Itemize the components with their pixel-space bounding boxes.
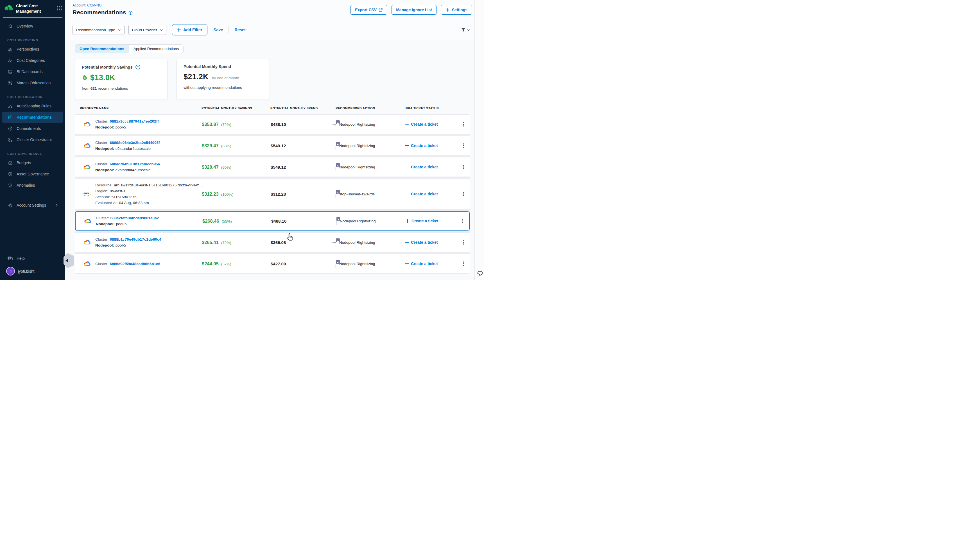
savings-percent: (100%) (221, 192, 234, 197)
plus-icon (406, 219, 409, 223)
kebab-menu-icon[interactable] (461, 239, 466, 246)
create-ticket-button[interactable]: Create a ticket (405, 192, 438, 196)
resource-line-label: Cluster: (95, 237, 108, 242)
table-row[interactable]: awsResource:arn:aws:rds:us-east-1:511616… (75, 179, 470, 209)
export-csv-label: Export CSV (355, 8, 376, 12)
table-header: RESOURCE NAME POTENTIAL MONTHLY SAVINGS … (75, 106, 470, 110)
resource-line-label: Region: (95, 189, 108, 193)
create-ticket-button[interactable]: Create a ticket (405, 262, 438, 266)
resource-line-label: Nodepool: (95, 125, 114, 129)
add-filter-button[interactable]: Add Filter (172, 24, 207, 35)
svg-text:?: ? (9, 257, 10, 259)
table-row[interactable]: Cluster:6881a3ccc887941a4ee202ffNodepool… (75, 115, 470, 134)
sidebar-item-help[interactable]: ? Help (0, 253, 65, 264)
sidebar-item-cluster-orchestrator[interactable]: Cluster Orchestrator (0, 134, 65, 145)
settings-label: Settings (452, 8, 467, 12)
module-grid-icon[interactable] (57, 6, 62, 10)
sidebar-item-anomalies[interactable]: Anomalies (0, 180, 65, 191)
recommendation-count: 621 (91, 86, 97, 91)
sidebar-item-bi-dashboards[interactable]: BI Dashboards (0, 66, 65, 77)
kebab-menu-icon[interactable] (461, 121, 466, 128)
recommended-action-label: Nodepool Rightsizing (339, 240, 375, 245)
recommended-action-label: Nodepool Rightsizing (339, 144, 375, 148)
settings-button[interactable]: Settings (441, 5, 472, 15)
savings-percent: (60%) (221, 144, 231, 148)
potential-monthly-savings-card: Potential Monthly Savings ? $ (75, 59, 167, 100)
recommended-action-label: Nodepool Rightsizing (339, 165, 375, 169)
resource-line-value: pool-5 (116, 222, 127, 226)
sidebar-item-account-settings[interactable]: Account Settings (0, 200, 65, 211)
cloud-provider-dropdown[interactable]: Cloud Provider (128, 25, 166, 35)
create-ticket-label: Create a ticket (411, 165, 438, 169)
tab-open-recommendations[interactable]: Open Recommendations (75, 45, 129, 53)
sidebar-item-commitments[interactable]: Commitments (0, 123, 65, 134)
kebab-menu-icon[interactable] (461, 260, 466, 267)
resource-link[interactable]: 6888b1c70e49db17c1de60c4 (110, 237, 161, 242)
sidebar-item-overview[interactable]: Overview (0, 20, 65, 32)
sidebar-item-perspectives[interactable]: Perspectives (0, 43, 65, 55)
sidebar-item-budgets[interactable]: $Budgets (0, 157, 65, 168)
savings-percent: (72%) (221, 123, 231, 127)
sidebar-item-recommendations[interactable]: Recommendations (2, 112, 63, 123)
table-row[interactable]: Cluster:688add6fb019b17f9bccb95aNodepool… (75, 157, 470, 177)
create-ticket-button[interactable]: Create a ticket (406, 219, 438, 223)
filter-panel-toggle[interactable] (461, 27, 470, 33)
spend-amount: $549.12 (271, 143, 336, 148)
export-csv-button[interactable]: Export CSV (350, 5, 387, 15)
sidebar-item-margin-obfuscation[interactable]: Margin Obfuscation (0, 77, 65, 89)
resource-link[interactable]: 68898c064e3e2ba0e544005f (110, 141, 160, 145)
kebab-menu-icon[interactable] (461, 163, 466, 171)
save-filter-button[interactable]: Save (214, 28, 223, 32)
user-menu[interactable]: J jyoti.bisht (0, 264, 65, 280)
create-ticket-button[interactable]: Create a ticket (405, 165, 438, 169)
resource-line-label: Cluster: (95, 141, 108, 145)
summary-cards: Potential Monthly Savings ? $ (75, 59, 474, 100)
sidebar-item-autostopping-rules[interactable]: AutoStopping Rules (0, 100, 65, 112)
resource-line-value: e2standar4autoscale (116, 146, 151, 151)
table-row[interactable]: Cluster:6888b1c70e49db17c1de60c4Nodepool… (75, 233, 470, 252)
kebab-menu-icon[interactable] (461, 191, 466, 198)
table-row[interactable]: Cluster:6886e92f59a48cad86b5b1c6$244.05(… (75, 254, 470, 273)
kebab-menu-icon[interactable] (461, 142, 466, 149)
plus-icon (405, 123, 409, 126)
create-ticket-label: Create a ticket (411, 240, 438, 245)
create-ticket-button[interactable]: Create a ticket (405, 143, 438, 148)
spend-value: $21.2K (184, 73, 209, 81)
ccm-logo-icon: $ (3, 4, 13, 13)
chat-support-icon[interactable] (476, 271, 483, 278)
sidebar-item-cost-categories[interactable]: Cost Categories (0, 55, 65, 66)
resource-link[interactable]: 6886e92f59a48cad86b5b1c6 (110, 262, 160, 266)
create-ticket-label: Create a ticket (411, 219, 438, 223)
info-icon[interactable] (128, 11, 133, 15)
scrollbar-rail[interactable] (474, 0, 484, 280)
col-resource-name: RESOURCE NAME (75, 106, 202, 110)
create-ticket-button[interactable]: Create a ticket (405, 122, 438, 126)
table-row[interactable]: Cluster:68898c064e3e2ba0e544005fNodepool… (75, 136, 470, 155)
savings-card-title: Potential Monthly Savings (82, 65, 133, 70)
question-icon[interactable]: ? (135, 65, 141, 70)
account-breadcrumb[interactable]: Account: CCM-NG (73, 0, 102, 7)
tab-applied-recommendations[interactable]: Applied Recommendations (129, 45, 183, 53)
page-header: Account: CCM-NG Recommendations Export C… (65, 0, 474, 20)
resource-link[interactable]: 6881a3ccc887941a4ee202ff (110, 119, 159, 123)
categories-icon (7, 58, 13, 63)
create-ticket-button[interactable]: Create a ticket (405, 240, 438, 245)
manage-ignore-list-button[interactable]: Manage Ignore List (391, 5, 436, 15)
recommendation-type-dropdown[interactable]: Recommendation Type (73, 25, 124, 35)
sidebar-item-asset-governance[interactable]: $Asset Governance (0, 168, 65, 180)
funnel-icon (461, 27, 466, 33)
spend-amount: $366.08 (271, 240, 336, 245)
spend-amount: $427.09 (271, 262, 336, 266)
nav-section-heading: COST REPORTING (7, 38, 65, 42)
gcp-icon (83, 239, 91, 245)
resource-link[interactable]: 688add6fb019b17f9bccb95a (110, 162, 160, 166)
savings-amount: $312.23 (202, 191, 219, 197)
sidebar-item-label: Anomalies (17, 183, 35, 187)
plus-icon (405, 262, 409, 265)
spend-amount: $488.10 (271, 122, 336, 127)
savings-percent: (55%) (222, 219, 232, 224)
table-row[interactable]: Cluster:688c2fefc84fbdc99801a0a2Nodepool… (75, 211, 470, 230)
resource-link[interactable]: 688c2fefc84fbdc99801a0a2 (111, 216, 159, 220)
reset-filter-button[interactable]: Reset (234, 28, 246, 32)
kebab-menu-icon[interactable] (461, 217, 465, 225)
